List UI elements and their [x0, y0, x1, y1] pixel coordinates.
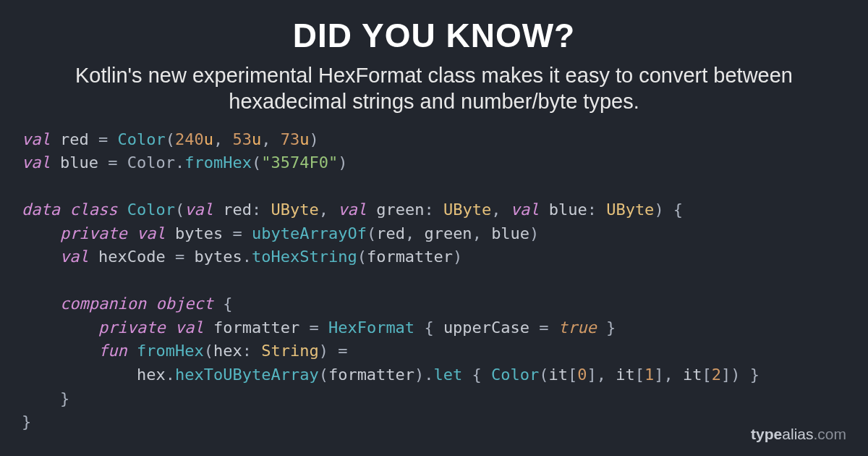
code-line-13: } — [22, 413, 31, 431]
code-line-1: val red = Color(240u, 53u, 73u) — [22, 130, 319, 148]
code-line-6: val hexCode = bytes.toHexString(formatte… — [22, 248, 462, 266]
code-line-10: fun fromHex(hex: String) = — [22, 342, 347, 360]
code-line-4: data class Color(val red: UByte, val gre… — [22, 200, 683, 219]
code-line-9: private val formatter = HexFormat { uppe… — [22, 318, 616, 337]
subtitle: Kotlin's new experimental HexFormat clas… — [0, 55, 868, 115]
branding-light: .com — [813, 426, 846, 442]
code-block: val red = Color(240u, 53u, 73u) val blue… — [0, 115, 868, 434]
code-line-11: hex.hexToUByteArray(formatter).let { Col… — [22, 366, 760, 384]
code-line-5: private val bytes = ubyteArrayOf(red, gr… — [22, 224, 539, 242]
branding: typealias.com — [751, 426, 846, 443]
heading: Did You Know? — [0, 0, 868, 55]
code-line-12: } — [22, 389, 69, 408]
code-line-2: val blue = Color.fromHex("3574F0") — [22, 153, 347, 172]
code-line-8: companion object { — [22, 295, 232, 313]
branding-bold: type — [751, 426, 782, 442]
branding-mid: alias — [782, 426, 813, 442]
